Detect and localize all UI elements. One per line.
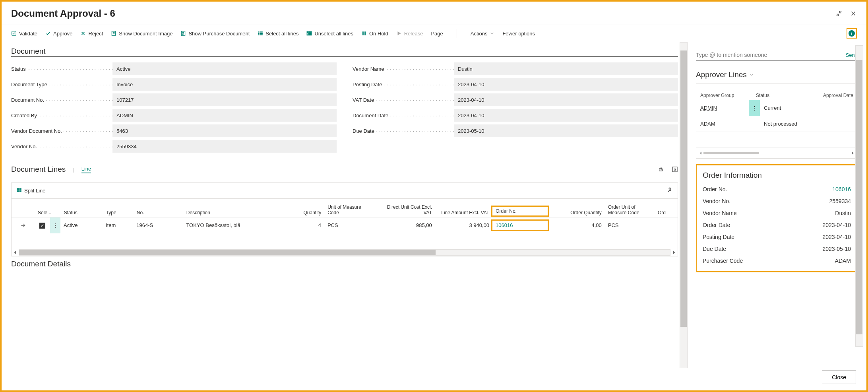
- posting-date-field[interactable]: 2023-04-10: [454, 78, 678, 91]
- col-ord[interactable]: Ord: [655, 210, 678, 215]
- cell-uom: PCS: [324, 222, 374, 228]
- pin-icon[interactable]: [666, 187, 673, 194]
- expand-icon[interactable]: [672, 166, 678, 173]
- col-uom[interactable]: Unit of Measure Code: [324, 204, 374, 215]
- footer: Close: [822, 371, 856, 384]
- field-label: Document Type: [11, 82, 112, 87]
- info-badge[interactable]: i: [847, 28, 857, 39]
- header-actions: [835, 10, 857, 17]
- field-label: VAT Date: [353, 97, 454, 103]
- close-button[interactable]: Close: [822, 371, 856, 384]
- document-no-field[interactable]: 107217: [112, 93, 337, 106]
- created-by-field[interactable]: ADMIN: [112, 109, 337, 122]
- collapse-icon[interactable]: [835, 10, 843, 17]
- row-checkbox[interactable]: ✓: [35, 222, 50, 229]
- scroll-right-icon[interactable]: [670, 249, 678, 256]
- cell-order-no[interactable]: 106016: [491, 219, 549, 231]
- approver-row[interactable]: ADMIN ⋮ Current: [696, 100, 857, 116]
- field-label: Posting Date: [353, 82, 454, 87]
- col-no[interactable]: No.: [134, 210, 183, 215]
- svg-rect-11: [307, 34, 309, 35]
- approver-horizontal-scrollbar[interactable]: [696, 148, 857, 158]
- checkmark-icon: [45, 31, 51, 36]
- col-approver-group[interactable]: Approver Group: [696, 93, 752, 98]
- document-date-field[interactable]: 2023-04-10: [454, 109, 678, 122]
- page-menu[interactable]: Page: [431, 25, 443, 42]
- col-approval-date[interactable]: Approval Date: [804, 93, 857, 98]
- show-purchase-document-button[interactable]: Show Purchase Document: [180, 25, 250, 42]
- validate-icon: [11, 31, 17, 36]
- table-row[interactable]: ✓ ⋮ Active Item 1964-S TOKYO Besöksstol,…: [12, 217, 678, 233]
- field-status: StatusActive: [11, 62, 337, 75]
- unselect-all-lines-button[interactable]: Unselect all lines: [306, 25, 353, 42]
- document-type-field[interactable]: Invoice: [112, 78, 337, 91]
- x-icon: [80, 31, 86, 36]
- vendor-no-field[interactable]: 2559334: [112, 140, 337, 153]
- row-more-menu[interactable]: ⋮: [749, 100, 760, 116]
- reject-button[interactable]: Reject: [80, 25, 103, 42]
- share-icon[interactable]: [658, 166, 665, 173]
- col-direct-unit-cost[interactable]: Direct Unit Cost Excl. VAT: [374, 204, 435, 215]
- col-status[interactable]: Status: [61, 210, 103, 215]
- approver-group-cell: ADMIN: [700, 105, 717, 111]
- purchase-document-icon: [180, 31, 186, 36]
- status-field[interactable]: Active: [112, 62, 337, 75]
- select-all-lines-button[interactable]: Select all lines: [258, 25, 298, 42]
- arrow-right-icon: [20, 222, 26, 229]
- col-order-qty[interactable]: Order Quantity: [548, 210, 605, 215]
- col-description[interactable]: Description: [183, 210, 282, 215]
- oi-vendor-no: Vendor No.2559334: [703, 198, 851, 204]
- scroll-left-icon[interactable]: [12, 249, 19, 256]
- fewer-options-button[interactable]: Fewer options: [502, 25, 535, 42]
- approver-status-cell: Current: [760, 105, 812, 111]
- col-quantity[interactable]: Quantity: [282, 210, 324, 215]
- page-title: Document Approval - 6: [11, 8, 115, 19]
- cell-type: Item: [103, 222, 133, 228]
- col-order-uom[interactable]: Order Unit of Measure Code: [605, 204, 655, 215]
- col-approver-status[interactable]: Status: [752, 93, 804, 98]
- close-icon[interactable]: [850, 10, 857, 17]
- due-date-field[interactable]: 2023-05-10: [454, 124, 678, 137]
- actions-menu[interactable]: Actions: [471, 25, 495, 42]
- line-link[interactable]: Line: [81, 166, 91, 173]
- document-lines-header: Document Lines | Line: [11, 165, 678, 174]
- row-more-menu[interactable]: ⋮: [50, 217, 60, 233]
- approver-row[interactable]: ADAM Not processed: [696, 116, 857, 132]
- vendor-name-field[interactable]: Dustin: [454, 62, 678, 75]
- order-information-title: Order Information: [703, 171, 851, 180]
- vertical-scrollbar[interactable]: [855, 45, 863, 347]
- field-label: Document Date: [353, 113, 454, 118]
- play-icon: [396, 31, 402, 36]
- field-due-date: Due Date2023-05-10: [353, 124, 678, 137]
- cell-order-qty: 4,00: [548, 222, 605, 228]
- on-hold-button[interactable]: On Hold: [361, 25, 388, 42]
- col-order-no[interactable]: Order No.: [491, 206, 548, 217]
- pause-icon: [361, 31, 367, 36]
- main-vertical-scrollbar[interactable]: [680, 42, 688, 368]
- approve-button[interactable]: Approve: [45, 25, 72, 42]
- show-document-image-button[interactable]: Show Document Image: [111, 25, 172, 42]
- svg-rect-13: [309, 33, 312, 34]
- cell-no: 1964-S: [133, 222, 183, 228]
- vat-date-field[interactable]: 2023-04-10: [454, 93, 678, 106]
- mention-input[interactable]: [696, 49, 841, 60]
- vendor-document-no-field[interactable]: 5463: [112, 124, 337, 137]
- col-line-amount[interactable]: Line Amount Excl. VAT: [435, 210, 492, 215]
- cell-direct-unit-cost: 985,00: [374, 222, 435, 228]
- scroll-left-icon[interactable]: [698, 150, 703, 156]
- release-button: Release: [396, 25, 423, 42]
- approver-lines-title[interactable]: Approver Lines: [696, 70, 754, 79]
- col-sele[interactable]: Sele...: [35, 210, 50, 215]
- separator: [457, 29, 457, 38]
- order-no-link[interactable]: 106016: [832, 186, 851, 192]
- scroll-right-icon[interactable]: [850, 150, 856, 156]
- approver-header: Approver Group Status Approval Date: [696, 83, 857, 100]
- svg-rect-18: [17, 188, 19, 190]
- horizontal-scrollbar[interactable]: [12, 249, 678, 256]
- col-type[interactable]: Type: [103, 210, 134, 215]
- validate-button[interactable]: Validate: [11, 25, 37, 42]
- document-section-title: Document: [11, 47, 678, 57]
- row-handle[interactable]: [12, 222, 35, 229]
- split-line-button[interactable]: Split Line: [16, 187, 45, 194]
- svg-rect-10: [307, 33, 309, 34]
